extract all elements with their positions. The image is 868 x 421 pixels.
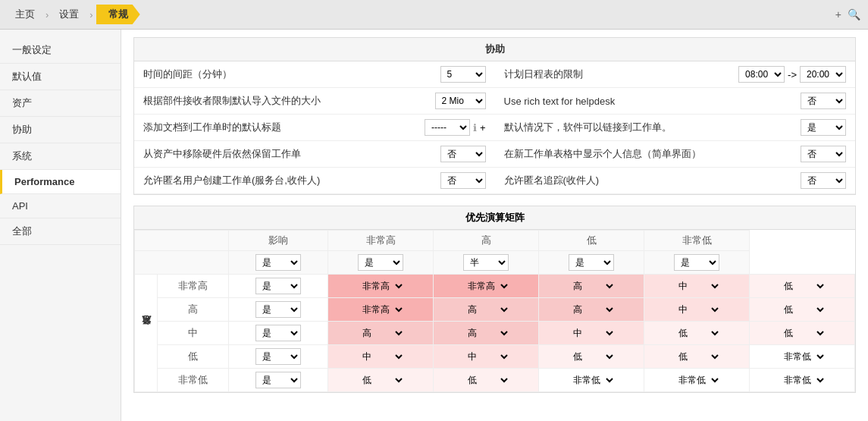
personal-info-control: 否 是 xyxy=(801,146,846,162)
cell-3-3: 低非常高高中非常低 xyxy=(644,345,750,369)
impact-select-col1[interactable]: 是否 xyxy=(358,254,403,271)
cell-select-4-2[interactable]: 非常低非常高高中低 xyxy=(567,372,616,388)
breadcrumb-settings[interactable]: 设置 xyxy=(52,5,86,24)
anon-create-select[interactable]: 否 是 xyxy=(440,172,486,189)
time-interval-row: 时间的间距（分钟） 5 10 15 30 xyxy=(134,61,495,88)
urgency-row2-select[interactable]: 是否 xyxy=(255,325,301,341)
sidebar-item-assets[interactable]: 资产 xyxy=(0,90,121,117)
keep-ticket-control: 否 是 xyxy=(440,146,486,162)
cell-1-0: 非常高高中低非常低 xyxy=(328,298,434,322)
schedule-limit-control: 08:00 -> 20:00 xyxy=(738,66,846,83)
cell-select-1-0[interactable]: 非常高高中低非常低 xyxy=(356,302,405,317)
default-title-control: ----- ℹ + xyxy=(425,119,486,136)
cell-select-1-3[interactable]: 中非常高高低非常低 xyxy=(672,302,721,317)
anon-create-label: 允许匿名用户创建工作单(服务台,收件人) xyxy=(143,174,434,187)
cell-select-4-4[interactable]: 非常低非常高高中低 xyxy=(778,372,826,388)
cell-select-0-1[interactable]: 非常高高中低非常低 xyxy=(462,278,510,294)
cell-1-2: 高非常高中低非常低 xyxy=(539,298,644,322)
anon-track-select[interactable]: 否 是 xyxy=(801,172,846,189)
col-impact-select-2: 半是否 xyxy=(434,251,539,275)
time-interval-label: 时间的间距（分钟） xyxy=(143,68,434,81)
breadcrumb-home[interactable]: 主页 xyxy=(8,5,42,24)
keep-ticket-select[interactable]: 否 是 xyxy=(440,146,486,162)
cell-select-4-1[interactable]: 低非常高高中非常低 xyxy=(462,372,510,388)
breadcrumb-bar: 主页 › 设置 › 常规 + 🔍 xyxy=(0,0,868,30)
keep-ticket-row: 从资产中移除硬件后依然保留工作单 否 是 xyxy=(134,141,495,168)
time-interval-select[interactable]: 5 10 15 30 xyxy=(440,66,486,83)
cell-2-4: 低非常高高中非常低 xyxy=(750,322,855,345)
row-label-1: 高 xyxy=(158,298,229,322)
cell-select-3-3[interactable]: 低非常高高中非常低 xyxy=(672,349,721,364)
search-icon[interactable]: 🔍 xyxy=(848,8,860,20)
cell-select-2-4[interactable]: 低非常高高中非常低 xyxy=(778,325,826,341)
impact-select-col0[interactable]: 是否 xyxy=(255,254,301,271)
assist-row5: 允许匿名用户创建工作单(服务台,收件人) 否 是 允许匿名追踪(收件人) 否 是 xyxy=(134,168,855,194)
cell-4-3: 非常低非常高高中低 xyxy=(644,369,750,392)
urgency-row3-select[interactable]: 是否 xyxy=(255,348,301,365)
sidebar-item-all[interactable]: 全部 xyxy=(0,218,121,245)
schedule-start-select[interactable]: 08:00 xyxy=(738,66,785,83)
cell-select-1-1[interactable]: 高非常高中低非常低 xyxy=(462,302,510,317)
cell-0-2: 高非常高中低非常低 xyxy=(539,275,644,298)
cell-select-0-3[interactable]: 中非常高高低非常低 xyxy=(672,278,721,294)
sidebar-item-system[interactable]: 系统 xyxy=(0,143,121,170)
assist-title: 协助 xyxy=(134,38,855,61)
personal-info-select[interactable]: 否 是 xyxy=(801,146,846,162)
cell-select-4-0[interactable]: 低非常高高中非常低 xyxy=(356,372,405,388)
add-plus[interactable]: + xyxy=(480,122,486,134)
urgency-row1-select[interactable]: 是否 xyxy=(255,301,301,318)
cell-select-2-0[interactable]: 高非常高中低非常低 xyxy=(356,325,405,341)
cell-0-1: 非常高高中低非常低 xyxy=(434,275,539,298)
assist-row4: 从资产中移除硬件后依然保留工作单 否 是 在新工作单表格中显示个人信息（简单界面… xyxy=(134,141,855,168)
urgency-select-1: 是否 xyxy=(228,298,328,322)
cell-select-3-1[interactable]: 中非常高高低非常低 xyxy=(462,349,510,364)
cell-select-0-4[interactable]: 低非常高高中非常低 xyxy=(778,278,826,294)
cell-select-1-2[interactable]: 高非常高中低非常低 xyxy=(567,302,616,317)
main-layout: 一般设定 默认值 资产 协助 系统 Performance API 全部 协助 … xyxy=(0,30,868,421)
cell-select-4-3[interactable]: 非常低非常高高中低 xyxy=(672,372,721,388)
matrix-table: 影响 非常高 高 低 非常低 是否 是否 xyxy=(134,230,855,392)
sidebar-item-performance[interactable]: Performance xyxy=(0,170,121,194)
info-icon[interactable]: ℹ xyxy=(473,122,477,134)
impact-header-label xyxy=(135,231,229,251)
impact-select-col2[interactable]: 半是否 xyxy=(463,254,509,271)
sidebar-item-defaults[interactable]: 默认值 xyxy=(0,64,121,90)
col-header-4: 非常低 xyxy=(644,231,750,251)
anon-track-label: 允许匿名追踪(收件人) xyxy=(504,174,795,187)
urgency-row4-select[interactable]: 是否 xyxy=(255,372,301,388)
anon-track-control: 否 是 xyxy=(801,172,846,189)
anon-track-row: 允许匿名追踪(收件人) 否 是 xyxy=(495,168,856,194)
link-ticket-row: 默认情况下，软件可以链接到工作单。 是 否 xyxy=(495,115,856,141)
urgency-vertical-label: 紧急 xyxy=(135,275,158,392)
cell-select-1-4[interactable]: 低非常高高中非常低 xyxy=(778,302,826,317)
sidebar-item-general[interactable]: 一般设定 xyxy=(0,37,121,64)
cell-1-4: 低非常高高中非常低 xyxy=(750,298,855,322)
schedule-end-select[interactable]: 20:00 xyxy=(800,66,846,83)
cell-select-0-2[interactable]: 高非常高中低非常低 xyxy=(567,278,616,294)
cell-select-2-1[interactable]: 高非常高中低非常低 xyxy=(462,325,510,341)
cell-select-2-3[interactable]: 低非常高高中非常低 xyxy=(672,325,721,341)
default-title-select[interactable]: ----- xyxy=(425,119,470,136)
add-icon[interactable]: + xyxy=(835,8,841,20)
breadcrumb-current: 常规 xyxy=(96,5,140,24)
sidebar-item-assist[interactable]: 协助 xyxy=(0,117,121,143)
link-ticket-select[interactable]: 是 否 xyxy=(801,119,846,136)
impact-select-col4[interactable]: 是否 xyxy=(674,254,719,271)
cell-select-3-0[interactable]: 中非常高高低非常低 xyxy=(356,349,405,364)
personal-info-label: 在新工作单表格中显示个人信息（简单界面） xyxy=(504,147,795,161)
cell-1-3: 中非常高高低非常低 xyxy=(644,298,750,322)
file-size-select[interactable]: 2 Mio 5 Mio 10 Mio xyxy=(435,93,486,109)
urgency-row0-select[interactable]: 是否 xyxy=(255,278,301,294)
urgency-select-3: 是否 xyxy=(228,345,328,369)
cell-select-3-2[interactable]: 低非常高高中非常低 xyxy=(567,349,616,364)
rich-text-select[interactable]: 否 是 xyxy=(801,93,846,109)
impact-label: 影响 xyxy=(228,231,328,251)
cell-select-2-2[interactable]: 中非常高高低非常低 xyxy=(567,325,616,341)
col-header-2: 高 xyxy=(434,231,539,251)
cell-0-3: 中非常高高低非常低 xyxy=(644,275,750,298)
cell-select-0-0[interactable]: 非常高高中低非常低 xyxy=(356,278,405,294)
cell-select-3-4[interactable]: 非常低非常高高中低 xyxy=(778,349,826,364)
cell-3-2: 低非常高高中非常低 xyxy=(539,345,644,369)
impact-select-col3[interactable]: 是否 xyxy=(569,254,614,271)
sidebar-item-api[interactable]: API xyxy=(0,194,121,218)
